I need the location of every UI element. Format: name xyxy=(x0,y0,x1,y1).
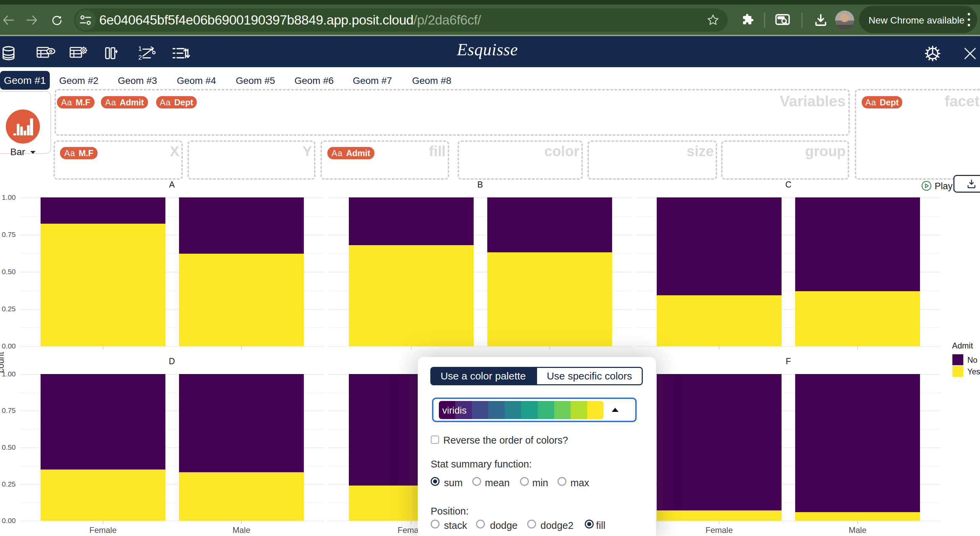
svg-text:2: 2 xyxy=(138,54,142,61)
svg-text:1: 1 xyxy=(138,46,142,52)
